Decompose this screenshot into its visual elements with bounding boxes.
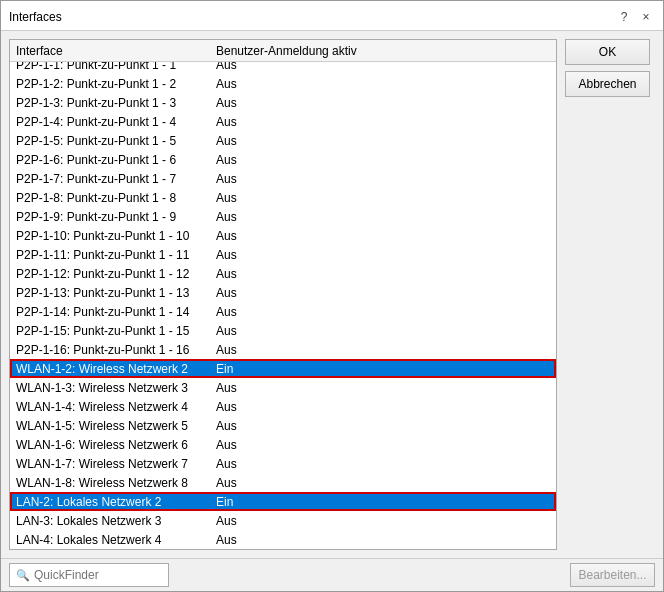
list-item[interactable]: P2P-1-15: Punkt-zu-Punkt 1 - 15Aus (10, 321, 556, 340)
search-box[interactable]: 🔍 (9, 563, 169, 587)
interface-list-panel: Interface Benutzer-Anmeldung aktiv LAN-1… (9, 39, 557, 550)
item-status: Aus (216, 400, 550, 414)
list-item[interactable]: P2P-1-4: Punkt-zu-Punkt 1 - 4Aus (10, 112, 556, 131)
item-status: Aus (216, 96, 550, 110)
close-button[interactable]: × (637, 8, 655, 26)
item-name: WLAN-1-2: Wireless Netzwerk 2 (16, 362, 216, 376)
list-item[interactable]: P2P-1-9: Punkt-zu-Punkt 1 - 9Aus (10, 207, 556, 226)
item-status: Aus (216, 533, 550, 547)
bottom-bar: 🔍 Bearbeiten... (1, 558, 663, 591)
list-item[interactable]: P2P-1-5: Punkt-zu-Punkt 1 - 5Aus (10, 131, 556, 150)
item-name: P2P-1-13: Punkt-zu-Punkt 1 - 13 (16, 286, 216, 300)
column-status: Benutzer-Anmeldung aktiv (216, 44, 550, 58)
item-name: WLAN-1-3: Wireless Netzwerk 3 (16, 381, 216, 395)
list-item[interactable]: LAN-3: Lokales Netzwerk 3Aus (10, 511, 556, 530)
item-name: P2P-1-6: Punkt-zu-Punkt 1 - 6 (16, 153, 216, 167)
cancel-button[interactable]: Abbrechen (565, 71, 650, 97)
item-name: LAN-3: Lokales Netzwerk 3 (16, 514, 216, 528)
help-button[interactable]: ? (615, 8, 633, 26)
item-status: Aus (216, 62, 550, 72)
item-name: P2P-1-1: Punkt-zu-Punkt 1 - 1 (16, 62, 216, 72)
list-item[interactable]: P2P-1-13: Punkt-zu-Punkt 1 - 13Aus (10, 283, 556, 302)
list-item[interactable]: WLAN-1-8: Wireless Netzwerk 8Aus (10, 473, 556, 492)
list-item[interactable]: P2P-1-7: Punkt-zu-Punkt 1 - 7Aus (10, 169, 556, 188)
item-name: P2P-1-9: Punkt-zu-Punkt 1 - 9 (16, 210, 216, 224)
item-status: Aus (216, 324, 550, 338)
list-item[interactable]: LAN-4: Lokales Netzwerk 4Aus (10, 530, 556, 549)
list-item[interactable]: P2P-1-14: Punkt-zu-Punkt 1 - 14Aus (10, 302, 556, 321)
title-bar-controls: ? × (615, 8, 655, 26)
list-item[interactable]: WLAN-1-3: Wireless Netzwerk 3Aus (10, 378, 556, 397)
item-status: Aus (216, 191, 550, 205)
item-name: P2P-1-5: Punkt-zu-Punkt 1 - 5 (16, 134, 216, 148)
dialog-title: Interfaces (9, 10, 62, 24)
item-name: P2P-1-2: Punkt-zu-Punkt 1 - 2 (16, 77, 216, 91)
list-item[interactable]: P2P-1-16: Punkt-zu-Punkt 1 - 16Aus (10, 340, 556, 359)
list-item[interactable]: LAN-2: Lokales Netzwerk 2Ein (10, 492, 556, 511)
list-item[interactable]: WLAN-1-5: Wireless Netzwerk 5Aus (10, 416, 556, 435)
column-interface: Interface (16, 44, 216, 58)
search-icon: 🔍 (16, 569, 30, 582)
item-name: P2P-1-8: Punkt-zu-Punkt 1 - 8 (16, 191, 216, 205)
item-name: P2P-1-15: Punkt-zu-Punkt 1 - 15 (16, 324, 216, 338)
item-name: P2P-1-12: Punkt-zu-Punkt 1 - 12 (16, 267, 216, 281)
item-name: WLAN-1-4: Wireless Netzwerk 4 (16, 400, 216, 414)
item-status: Aus (216, 457, 550, 471)
list-header: Interface Benutzer-Anmeldung aktiv (10, 40, 556, 62)
item-name: WLAN-1-8: Wireless Netzwerk 8 (16, 476, 216, 490)
title-bar: Interfaces ? × (1, 1, 663, 31)
item-status: Aus (216, 267, 550, 281)
item-status: Aus (216, 419, 550, 433)
list-item[interactable]: P2P-1-11: Punkt-zu-Punkt 1 - 11Aus (10, 245, 556, 264)
item-status: Aus (216, 210, 550, 224)
list-item[interactable]: P2P-1-6: Punkt-zu-Punkt 1 - 6Aus (10, 150, 556, 169)
dialog-body: Interface Benutzer-Anmeldung aktiv LAN-1… (1, 31, 663, 558)
item-name: P2P-1-7: Punkt-zu-Punkt 1 - 7 (16, 172, 216, 186)
edit-button[interactable]: Bearbeiten... (570, 563, 655, 587)
item-status: Aus (216, 153, 550, 167)
list-item[interactable]: WLAN-1-7: Wireless Netzwerk 7Aus (10, 454, 556, 473)
search-input[interactable] (34, 568, 162, 582)
right-panel: OK Abbrechen (565, 39, 655, 550)
list-item[interactable]: WLAN-1-6: Wireless Netzwerk 6Aus (10, 435, 556, 454)
item-name: P2P-1-11: Punkt-zu-Punkt 1 - 11 (16, 248, 216, 262)
item-status: Aus (216, 77, 550, 91)
ok-button[interactable]: OK (565, 39, 650, 65)
item-name: P2P-1-10: Punkt-zu-Punkt 1 - 10 (16, 229, 216, 243)
item-name: LAN-2: Lokales Netzwerk 2 (16, 495, 216, 509)
item-status: Aus (216, 438, 550, 452)
item-status: Aus (216, 476, 550, 490)
item-name: WLAN-1-6: Wireless Netzwerk 6 (16, 438, 216, 452)
item-name: WLAN-1-7: Wireless Netzwerk 7 (16, 457, 216, 471)
item-status: Aus (216, 134, 550, 148)
item-status: Aus (216, 115, 550, 129)
list-item[interactable]: P2P-1-2: Punkt-zu-Punkt 1 - 2Aus (10, 74, 556, 93)
item-status: Ein (216, 362, 550, 376)
item-status: Aus (216, 286, 550, 300)
list-item[interactable]: P2P-1-12: Punkt-zu-Punkt 1 - 12Aus (10, 264, 556, 283)
list-item[interactable]: P2P-1-8: Punkt-zu-Punkt 1 - 8Aus (10, 188, 556, 207)
item-status: Aus (216, 514, 550, 528)
item-status: Aus (216, 229, 550, 243)
item-status: Aus (216, 381, 550, 395)
item-status: Aus (216, 248, 550, 262)
list-item[interactable]: WLAN-1-4: Wireless Netzwerk 4Aus (10, 397, 556, 416)
item-status: Aus (216, 305, 550, 319)
list-item[interactable]: P2P-1-10: Punkt-zu-Punkt 1 - 10Aus (10, 226, 556, 245)
list-item[interactable]: WLAN-1-2: Wireless Netzwerk 2Ein (10, 359, 556, 378)
item-status: Ein (216, 495, 550, 509)
item-status: Aus (216, 172, 550, 186)
item-status: Aus (216, 343, 550, 357)
item-name: P2P-1-16: Punkt-zu-Punkt 1 - 16 (16, 343, 216, 357)
list-item[interactable]: P2P-1-1: Punkt-zu-Punkt 1 - 1Aus (10, 62, 556, 74)
item-name: P2P-1-14: Punkt-zu-Punkt 1 - 14 (16, 305, 216, 319)
list-scroll[interactable]: LAN-1: Lokales Netzwerk 1AusWLAN-1: Wire… (10, 62, 556, 549)
item-name: P2P-1-4: Punkt-zu-Punkt 1 - 4 (16, 115, 216, 129)
list-item[interactable]: P2P-1-3: Punkt-zu-Punkt 1 - 3Aus (10, 93, 556, 112)
item-name: WLAN-1-5: Wireless Netzwerk 5 (16, 419, 216, 433)
item-name: P2P-1-3: Punkt-zu-Punkt 1 - 3 (16, 96, 216, 110)
dialog: Interfaces ? × Interface Benutzer-Anmeld… (0, 0, 664, 592)
item-name: LAN-4: Lokales Netzwerk 4 (16, 533, 216, 547)
